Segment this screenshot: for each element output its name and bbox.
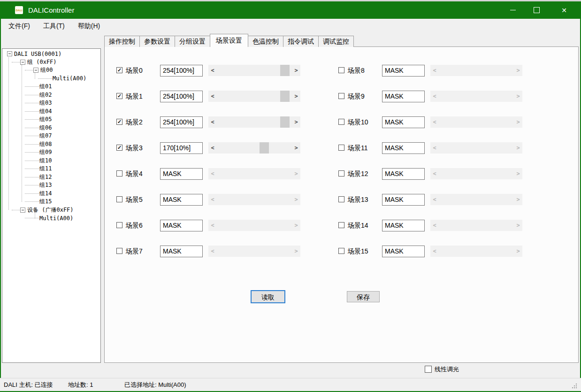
scene-value-input[interactable]: MASK [382, 65, 425, 77]
scene-checkbox[interactable] [338, 196, 344, 202]
minimize-button[interactable] [501, 1, 525, 19]
scroll-left-arrow-icon: < [209, 220, 216, 231]
scroll-left-arrow-icon[interactable]: < [209, 142, 216, 154]
resize-grip-icon[interactable] [571, 383, 577, 389]
scrollbar-thumb[interactable] [280, 91, 290, 102]
scene-value-input[interactable]: MASK [382, 116, 425, 128]
scene-value-input[interactable]: MASK [382, 194, 425, 206]
scene-checkbox[interactable] [338, 67, 344, 73]
scrollbar-thumb[interactable] [280, 116, 290, 128]
scroll-right-arrow-icon[interactable]: > [292, 65, 300, 76]
scene-value-input[interactable]: MASK [160, 246, 203, 257]
scene-level-scrollbar: <> [430, 65, 522, 76]
scene-value-input[interactable]: 170[10%] [160, 142, 203, 154]
scene-checkbox[interactable] [116, 222, 122, 228]
read-button[interactable]: 读取 [251, 290, 285, 303]
scroll-right-arrow-icon: > [514, 142, 522, 154]
scrollbar-thumb[interactable] [260, 142, 269, 154]
scene-value-input[interactable]: MASK [382, 168, 425, 180]
scroll-left-arrow-icon[interactable]: < [209, 65, 216, 76]
scene-value-input[interactable]: MASK [382, 246, 425, 257]
scroll-left-arrow-icon[interactable]: < [209, 91, 216, 102]
linear-dimming-checkbox[interactable] [425, 366, 432, 373]
tree-collapse-icon[interactable] [33, 68, 38, 73]
menu-item-0[interactable]: 文件(F) [8, 22, 30, 31]
scene-checkbox[interactable] [338, 248, 344, 254]
scroll-right-arrow-icon[interactable]: > [292, 142, 300, 154]
tree-item[interactable]: 组13 [2, 181, 100, 190]
menu-item-2[interactable]: 帮助(H) [78, 22, 100, 31]
tree-collapse-icon[interactable] [20, 208, 25, 213]
tree-item[interactable]: 组01 [2, 83, 100, 91]
scroll-right-arrow-icon[interactable]: > [292, 116, 300, 128]
scene-checkbox[interactable] [116, 170, 122, 177]
scene-level-scrollbar[interactable]: <> [208, 142, 300, 154]
tree-item[interactable]: 组05 [2, 115, 100, 124]
tab-1[interactable]: 参数设置 [139, 36, 175, 47]
scene-value-input[interactable]: MASK [382, 142, 425, 154]
tree-item[interactable]: 组04 [2, 108, 100, 116]
scroll-right-arrow-icon: > [514, 65, 522, 76]
tab-strip: 操作控制参数设置分组设置场景设置色温控制指令调试调试监控 [104, 35, 353, 47]
scene-label: 场景15 [348, 246, 368, 257]
close-button[interactable]: ✕ [548, 1, 580, 19]
scene-value-input[interactable]: MASK [160, 168, 203, 180]
tree-item[interactable]: 设备 (广播0xFF) [2, 206, 100, 215]
scene-level-scrollbar[interactable]: <> [208, 65, 300, 76]
tab-6[interactable]: 调试监控 [318, 36, 354, 47]
tree-item[interactable]: 组10 [2, 157, 100, 165]
scene-checkbox[interactable] [116, 248, 122, 254]
scene-checkbox[interactable]: ✓ [116, 145, 122, 151]
scene-checkbox[interactable] [338, 119, 344, 125]
tree-item[interactable]: 组 (0xFF) [2, 58, 100, 67]
save-button[interactable]: 保存 [347, 291, 380, 302]
tab-2[interactable]: 分组设置 [175, 36, 210, 47]
tab-3[interactable]: 场景设置 [210, 34, 248, 47]
scene-value-input[interactable]: 254[100%] [160, 116, 203, 128]
scroll-left-arrow-icon[interactable]: < [209, 116, 216, 128]
tree-item[interactable]: 组06 [2, 124, 100, 132]
scene-level-scrollbar[interactable]: <> [208, 91, 300, 102]
tree-item[interactable]: Multi(A00) [2, 214, 100, 223]
tree-item[interactable]: 组00 [2, 66, 100, 75]
tree-item[interactable]: 组12 [2, 173, 100, 182]
scroll-left-arrow-icon: < [209, 246, 216, 257]
scene-value-input[interactable]: 254[100%] [160, 65, 203, 77]
tree-item[interactable]: 组08 [2, 140, 100, 149]
scene-value-input[interactable]: MASK [160, 220, 203, 231]
tab-4[interactable]: 色温控制 [248, 36, 283, 47]
scene-value-input[interactable]: 254[100%] [160, 91, 203, 102]
scrollbar-thumb[interactable] [280, 65, 290, 76]
scroll-right-arrow-icon[interactable]: > [292, 91, 300, 102]
scene-checkbox[interactable] [116, 196, 122, 202]
scene-checkbox[interactable] [338, 93, 344, 99]
menu-item-1[interactable]: 工具(T) [43, 22, 65, 31]
tree-item[interactable]: 组14 [2, 190, 100, 198]
scene-value-input[interactable]: MASK [382, 220, 425, 231]
scene-checkbox[interactable]: ✓ [116, 93, 122, 99]
tree-item[interactable]: 组11 [2, 165, 100, 173]
scroll-right-arrow-icon: > [292, 168, 300, 179]
tab-0[interactable]: 操作控制 [104, 36, 140, 47]
tree-item[interactable]: 组03 [2, 99, 100, 108]
scene-checkbox[interactable]: ✓ [116, 119, 122, 125]
scene-checkbox[interactable] [338, 222, 344, 228]
tree-item[interactable]: 组15 [2, 198, 100, 206]
maximize-button[interactable] [525, 1, 548, 19]
tree-collapse-icon[interactable] [7, 51, 12, 56]
scene-value-input[interactable]: MASK [160, 194, 203, 206]
tree-item[interactable]: DALI USB(0001) [2, 50, 100, 58]
tree-item[interactable]: 组02 [2, 91, 100, 100]
tree-item[interactable]: 组09 [2, 148, 100, 157]
tree-collapse-icon[interactable] [20, 60, 25, 65]
scene-value-input[interactable]: MASK [382, 91, 425, 102]
scene-checkbox[interactable] [338, 145, 344, 151]
tree-item-label: Multi(A00) [53, 75, 86, 82]
scene-level-scrollbar[interactable]: <> [208, 116, 300, 128]
scene-checkbox[interactable]: ✓ [116, 67, 122, 73]
scene-checkbox[interactable] [338, 170, 344, 177]
tree-item[interactable]: Multi(A00) [2, 75, 100, 83]
tree-item-label: 组13 [39, 181, 52, 189]
tree-item[interactable]: 组07 [2, 132, 100, 140]
tab-5[interactable]: 指令调试 [283, 36, 319, 47]
